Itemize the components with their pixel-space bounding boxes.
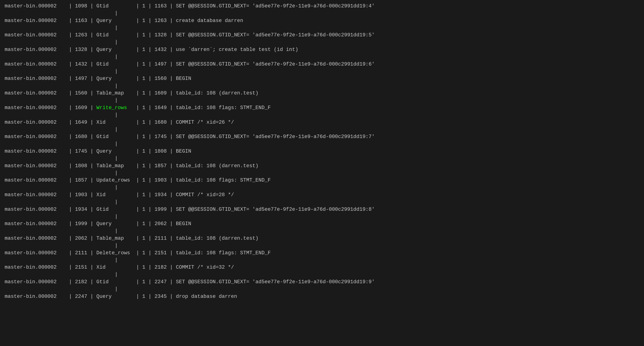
log-row: master-bin.000002 | 1999 | Query | 1 | 2… <box>0 220 644 228</box>
separator-row: | <box>0 126 644 133</box>
separator-row: | <box>0 10 644 17</box>
log-row: master-bin.000002 | 2062 | Table_map | 1… <box>0 234 644 242</box>
log-row: master-bin.000002 | 1263 | Gtid | 1 | 13… <box>0 31 644 39</box>
separator-row: | <box>0 83 644 90</box>
separator-row: | <box>0 156 644 162</box>
log-row: master-bin.000002 | 1432 | Gtid | 1 | 14… <box>0 60 644 68</box>
log-row: master-bin.000002 | 1328 | Query | 1 | 1… <box>0 46 644 54</box>
log-row: master-bin.000002 | 2111 | Delete_rows |… <box>0 249 644 257</box>
separator-row: | <box>0 112 644 118</box>
separator-row: | <box>0 199 644 206</box>
separator-row: | <box>0 272 644 278</box>
log-row: master-bin.000002 | 2182 | Gtid | 1 | 22… <box>0 278 644 286</box>
log-row: master-bin.000002 | 1745 | Query | 1 | 1… <box>0 148 644 156</box>
log-row: master-bin.000002 | 1098 | Gtid | 1 | 11… <box>0 2 644 10</box>
log-row: master-bin.000002 | 2247 | Query | 1 | 2… <box>0 293 644 300</box>
separator-row: | <box>0 39 644 46</box>
separator-row: | <box>0 170 644 177</box>
log-row: master-bin.000002 | 1680 | Gtid | 1 | 17… <box>0 133 644 141</box>
separator-row: | <box>0 97 644 104</box>
separator-row: | <box>0 257 644 264</box>
write-rows-event: Write_rows <box>96 105 133 111</box>
log-row: master-bin.000002 | 1808 | Table_map | 1… <box>0 162 644 170</box>
log-row: master-bin.000002 | 1934 | Gtid | 1 | 19… <box>0 206 644 214</box>
separator-row: | <box>0 184 644 191</box>
separator-row: | <box>0 242 644 249</box>
log-row: master-bin.000002 | 1857 | Update_rows |… <box>0 176 644 184</box>
log-row: master-bin.000002 | 1649 | Xid | 1 | 168… <box>0 118 644 126</box>
log-row: master-bin.000002 | 1560 | Table_map | 1… <box>0 90 644 97</box>
log-row: master-bin.000002 | 1497 | Query | 1 | 1… <box>0 75 644 83</box>
separator-row: | <box>0 68 644 75</box>
separator-row: | <box>0 54 644 60</box>
separator-row: | <box>0 286 644 293</box>
separator-row: | <box>0 25 644 32</box>
separator-row: | <box>0 214 644 220</box>
log-row: master-bin.000002 | 1163 | Query | 1 | 1… <box>0 17 644 25</box>
separator-row: | <box>0 228 644 234</box>
log-row: master-bin.000002 | 1903 | Xid | 1 | 193… <box>0 191 644 199</box>
terminal: master-bin.000002 | 1098 | Gtid | 1 | 11… <box>0 0 644 303</box>
log-row: master-bin.000002 | 2151 | Xid | 1 | 218… <box>0 264 644 272</box>
separator-row: | <box>0 141 644 148</box>
log-row: master-bin.000002 | 1609 | Write_rows | … <box>0 104 644 112</box>
